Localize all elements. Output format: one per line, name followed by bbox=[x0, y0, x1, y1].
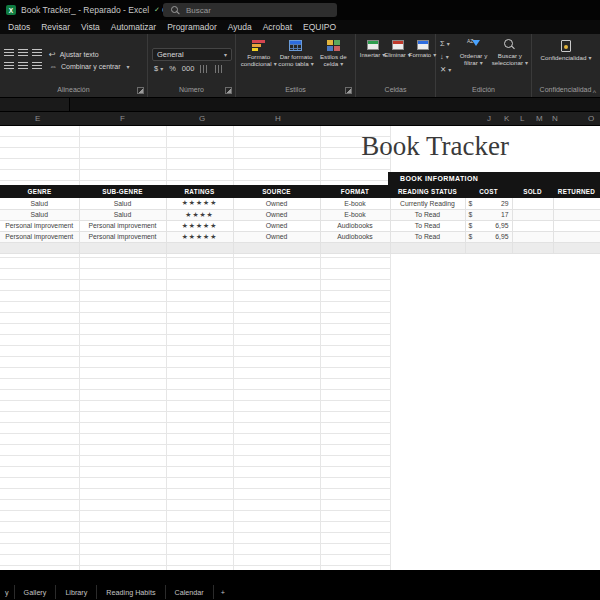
clear-icon[interactable]: ✕ bbox=[440, 65, 451, 75]
percent-format-button[interactable]: % bbox=[169, 64, 176, 73]
menu-item-equipo[interactable]: EQUIPO bbox=[303, 22, 336, 32]
rating-cell[interactable]: ★★★★★ bbox=[166, 220, 233, 231]
empty-cell[interactable] bbox=[166, 242, 233, 253]
column-letter-L[interactable]: L bbox=[520, 114, 524, 123]
source-cell[interactable]: Owned bbox=[233, 231, 320, 242]
align-top-icon[interactable] bbox=[4, 49, 14, 57]
source-cell[interactable]: Owned bbox=[233, 220, 320, 231]
align-bottom-icon[interactable] bbox=[32, 49, 42, 57]
delete-cells-button[interactable]: Eliminar bbox=[385, 40, 410, 59]
currency-format-button[interactable]: $ bbox=[154, 64, 163, 73]
empty-cell[interactable] bbox=[465, 242, 512, 253]
thousands-format-button[interactable]: 000 bbox=[182, 64, 195, 73]
column-header-ratings[interactable]: RATINGS bbox=[166, 185, 233, 198]
rating-cell[interactable]: ★★★★ bbox=[166, 209, 233, 220]
column-letter-F[interactable]: F bbox=[120, 114, 125, 123]
genre-cell[interactable]: Salud bbox=[0, 198, 79, 209]
dialog-launcher-icon[interactable] bbox=[137, 87, 144, 94]
column-header-sold[interactable]: SOLD bbox=[512, 185, 553, 198]
menu-item-automatizar[interactable]: Automatizar bbox=[111, 22, 156, 32]
conditional-formatting-button[interactable]: Formato condicional bbox=[240, 40, 277, 68]
column-header-cost[interactable]: COST bbox=[465, 185, 512, 198]
sold-cell[interactable] bbox=[512, 209, 553, 220]
empty-cell[interactable] bbox=[233, 242, 320, 253]
sort-filter-button[interactable]: AZ Ordenar y filtrar bbox=[455, 39, 491, 67]
format-as-table-button[interactable]: Dar formato como tabla bbox=[277, 40, 314, 68]
dialog-launcher-icon[interactable] bbox=[345, 87, 352, 94]
rating-cell[interactable]: ★★★★★ bbox=[166, 198, 233, 209]
number-format-select[interactable]: General bbox=[152, 48, 232, 61]
column-header-source[interactable]: SOURCE bbox=[233, 185, 320, 198]
returned-cell[interactable] bbox=[553, 209, 600, 220]
column-letter-E[interactable]: E bbox=[35, 114, 40, 123]
sheet-tab-calendar[interactable]: Calendar bbox=[166, 585, 214, 599]
cost-cell[interactable]: $6,95 bbox=[465, 231, 512, 242]
sheet-tab-library[interactable]: Library bbox=[56, 585, 97, 599]
returned-cell[interactable] bbox=[553, 198, 600, 209]
merge-center-button[interactable]: ⇔ Combinar y centrar bbox=[49, 63, 130, 71]
cost-cell[interactable]: $17 bbox=[465, 209, 512, 220]
source-cell[interactable]: Owned bbox=[233, 209, 320, 220]
menu-item-ayuda[interactable]: Ayuda bbox=[228, 22, 252, 32]
align-middle-icon[interactable] bbox=[18, 49, 28, 57]
formula-bar[interactable] bbox=[0, 97, 600, 112]
insert-cells-button[interactable]: Insertar bbox=[360, 40, 385, 59]
column-letter-O[interactable]: O bbox=[588, 114, 594, 123]
column-letter-H[interactable]: H bbox=[275, 114, 281, 123]
sub-genre-cell[interactable]: Personal improvement bbox=[79, 231, 166, 242]
collapse-ribbon-icon[interactable]: ^ bbox=[593, 89, 596, 96]
sub-genre-cell[interactable]: Personal improvement bbox=[79, 220, 166, 231]
align-right-icon[interactable] bbox=[32, 62, 42, 70]
sub-genre-cell[interactable]: Salud bbox=[79, 198, 166, 209]
name-box[interactable] bbox=[0, 98, 70, 111]
format-cell[interactable]: Audiobooks bbox=[320, 231, 390, 242]
cost-cell[interactable]: $29 bbox=[465, 198, 512, 209]
column-header-returned[interactable]: RETURNED bbox=[553, 185, 600, 198]
column-header-reading-status[interactable]: READING STATUS bbox=[390, 185, 465, 198]
genre-cell[interactable]: Salud bbox=[0, 209, 79, 220]
spreadsheet-grid[interactable]: Book Tracker BOOK INFORMATION GENRESUB-G… bbox=[0, 126, 600, 570]
column-letter-N[interactable]: N bbox=[552, 114, 558, 123]
rating-cell[interactable]: ★★★★★ bbox=[166, 231, 233, 242]
align-left-icon[interactable] bbox=[4, 62, 14, 70]
empty-cell[interactable] bbox=[553, 242, 600, 253]
returned-cell[interactable] bbox=[553, 220, 600, 231]
sensitivity-button[interactable]: Confidencialidad bbox=[536, 40, 596, 62]
menu-item-datos[interactable]: Datos bbox=[8, 22, 30, 32]
column-header-sub-genre[interactable]: SUB-GENRE bbox=[79, 185, 166, 198]
search-box[interactable]: Buscar bbox=[163, 3, 337, 17]
reading-status-cell[interactable]: To Read bbox=[390, 231, 465, 242]
align-center-icon[interactable] bbox=[18, 62, 28, 70]
column-letter-M[interactable]: M bbox=[536, 114, 543, 123]
reading-status-cell[interactable]: To Read bbox=[390, 209, 465, 220]
format-cell[interactable]: E-book bbox=[320, 209, 390, 220]
format-cell[interactable]: E-book bbox=[320, 198, 390, 209]
sheet-tab-gallery[interactable]: Gallery bbox=[15, 585, 57, 599]
menu-item-acrobat[interactable]: Acrobat bbox=[263, 22, 292, 32]
column-header-genre[interactable]: GENRE bbox=[0, 185, 79, 198]
menu-item-programador[interactable]: Programador bbox=[167, 22, 217, 32]
sold-cell[interactable] bbox=[512, 198, 553, 209]
sheet-tab-reading-habits[interactable]: Reading Habits bbox=[97, 585, 165, 599]
column-letter-K[interactable]: K bbox=[504, 114, 509, 123]
autosum-icon[interactable]: Σ bbox=[440, 39, 451, 49]
wrap-text-button[interactable]: ↩ Ajustar texto bbox=[49, 51, 130, 59]
empty-cell[interactable] bbox=[0, 242, 79, 253]
menu-item-revisar[interactable]: Revisar bbox=[41, 22, 70, 32]
menu-item-vista[interactable]: Vista bbox=[81, 22, 100, 32]
reading-status-cell[interactable]: To Read bbox=[390, 220, 465, 231]
empty-cell[interactable] bbox=[79, 242, 166, 253]
cost-cell[interactable]: $6,95 bbox=[465, 220, 512, 231]
reading-status-cell[interactable]: Currently Reading bbox=[390, 198, 465, 209]
sub-genre-cell[interactable]: Salud bbox=[79, 209, 166, 220]
find-select-button[interactable]: Buscar y seleccionar bbox=[492, 39, 528, 67]
increase-decimal-icon[interactable] bbox=[200, 65, 209, 73]
column-letter-G[interactable]: G bbox=[199, 114, 205, 123]
genre-cell[interactable]: Personal improvement bbox=[0, 220, 79, 231]
genre-cell[interactable]: Personal improvement bbox=[0, 231, 79, 242]
format-cell[interactable]: Audiobooks bbox=[320, 220, 390, 231]
sheet-tab-partial[interactable]: y bbox=[0, 585, 15, 599]
add-sheet-button[interactable]: + bbox=[214, 585, 232, 599]
sold-cell[interactable] bbox=[512, 231, 553, 242]
cell-styles-button[interactable]: Estilos de celda bbox=[315, 40, 352, 68]
